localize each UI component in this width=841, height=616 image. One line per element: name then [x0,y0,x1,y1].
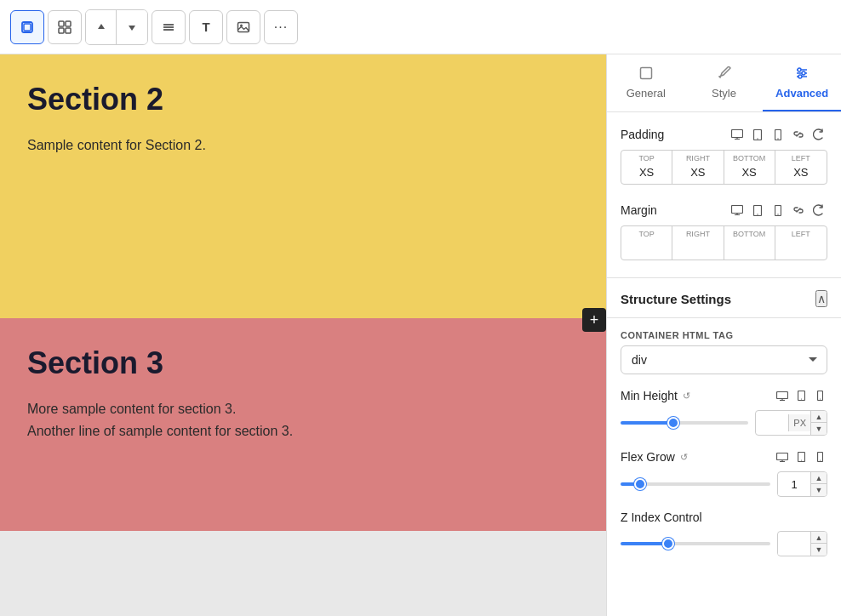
flex-grow-spinners: ▲ ▼ [810,472,827,496]
padding-bottom-cell: BOTTOM [724,151,775,184]
z-index-row: Z Index Control [621,510,827,524]
container-tag-select[interactable]: div section article header footer main a… [621,345,827,374]
padding-right-input[interactable] [678,164,718,180]
flex-grow-responsive-icons [775,449,827,465]
move-up-button[interactable] [86,10,117,44]
padding-top-label: TOP [638,154,654,163]
min-height-slider-row: PX ▲ ▼ [621,410,827,436]
collapse-structure-button[interactable]: ∧ [815,290,827,307]
min-height-mobile-icon[interactable] [812,388,827,403]
padding-bottom-label: BOTTOM [733,154,765,163]
padding-desktop-icon[interactable] [729,126,746,143]
margin-bottom-label: BOTTOM [733,230,765,238]
margin-link-icon[interactable] [790,202,807,219]
flex-grow-up-button[interactable]: ▲ [811,472,827,484]
svg-rect-4 [59,28,64,33]
z-index-up-button[interactable]: ▲ [811,532,827,544]
margin-right-input[interactable] [678,240,718,256]
padding-left-input[interactable] [781,164,821,180]
toolbar: T ··· [0,0,841,54]
svg-point-38 [819,398,820,399]
margin-bottom-input[interactable] [729,240,769,256]
structure-settings-header: Structure Settings ∧ [607,277,841,318]
margin-right-cell: RIGHT [672,226,724,260]
move-button-group [85,9,148,45]
min-height-input[interactable] [756,414,788,433]
padding-top-cell: TOP [621,151,672,184]
svg-point-31 [777,214,778,214]
z-index-slider[interactable] [621,542,770,545]
text-button[interactable]: T [189,10,223,44]
advanced-tab-label: Advanced [775,87,828,100]
more-button[interactable]: ··· [264,10,298,44]
tab-general[interactable]: General [607,54,685,111]
min-height-tablet-icon[interactable] [793,388,809,403]
padding-tablet-icon[interactable] [749,126,766,143]
padding-left-cell: LEFT [775,151,827,184]
svg-rect-2 [59,21,64,26]
min-height-desktop-icon[interactable] [775,388,790,403]
margin-top-input[interactable] [626,240,667,256]
tab-advanced[interactable]: Advanced [763,54,841,111]
right-panel: General Style Advanced Padding [606,54,841,616]
flex-grow-mobile-icon[interactable] [812,449,827,465]
padding-bottom-input[interactable] [729,164,769,180]
margin-mobile-icon[interactable] [769,202,787,219]
section-2-block[interactable]: Section 2 Sample content for Section 2. … [0,54,606,318]
z-index-label: Z Index Control [621,510,702,524]
svg-point-36 [800,398,801,399]
flex-grow-tablet-icon[interactable] [793,449,809,465]
padding-link-icon[interactable] [790,126,807,143]
panel-content: Padding [607,112,841,616]
style-tab-icon [718,66,731,83]
padding-top-input[interactable] [626,164,667,180]
tab-style[interactable]: Style [685,54,764,111]
z-index-input[interactable] [778,533,810,555]
margin-icons [729,202,827,219]
margin-top-cell: TOP [621,226,672,260]
image-button[interactable] [226,10,260,44]
padding-right-cell: RIGHT [672,151,724,184]
z-index-down-button[interactable]: ▼ [811,544,827,556]
flex-grow-label: Flex Grow ↺ [621,450,688,464]
canvas-area: Section 2 Sample content for Section 2. … [0,54,606,616]
flex-grow-row: Flex Grow ↺ [621,449,827,465]
min-height-down-button[interactable]: ▼ [811,423,827,435]
move-down-button[interactable] [117,10,147,44]
container-tag-label: CONTAINER HTML TAG [621,330,827,340]
flex-grow-desktop-icon[interactable] [775,449,790,465]
min-height-reset-icon[interactable]: ↺ [683,391,690,402]
padding-header: Padding [621,126,827,143]
svg-rect-18 [732,130,743,138]
padding-reset-icon[interactable] [810,126,827,143]
section-3-block[interactable]: Section 3 More sample content for sectio… [0,318,606,531]
svg-rect-3 [66,21,71,26]
z-index-input-box: ▲ ▼ [777,531,827,556]
margin-grid: TOP RIGHT BOTTOM LEFT [621,225,827,260]
min-height-slider[interactable] [621,421,748,425]
margin-reset-icon[interactable] [810,202,827,219]
margin-tablet-icon[interactable] [749,202,766,219]
section-3-line2: Another line of sample content for secti… [27,420,579,442]
svg-point-29 [757,214,758,214]
min-height-up-button[interactable]: ▲ [811,411,827,423]
margin-desktop-icon[interactable] [729,202,746,219]
flex-grow-down-button[interactable]: ▼ [811,484,827,496]
flex-grow-reset-icon[interactable]: ↺ [680,452,688,463]
svg-point-16 [802,71,805,75]
margin-bottom-cell: BOTTOM [724,226,775,260]
min-height-unit: PX [788,414,810,431]
align-button[interactable] [152,10,186,44]
margin-left-input[interactable] [781,240,821,256]
flex-grow-input-box: ▲ ▼ [777,471,827,497]
flex-grow-slider[interactable] [621,482,770,486]
select-button[interactable] [10,10,44,44]
add-section-button[interactable]: + [582,308,606,332]
padding-mobile-icon[interactable] [769,126,787,143]
padding-left-label: LEFT [792,154,810,163]
text-icon: T [202,20,209,34]
flex-grow-input[interactable] [778,474,810,495]
svg-point-43 [800,459,801,460]
frame-button[interactable] [48,10,82,44]
general-tab-icon [639,66,653,83]
